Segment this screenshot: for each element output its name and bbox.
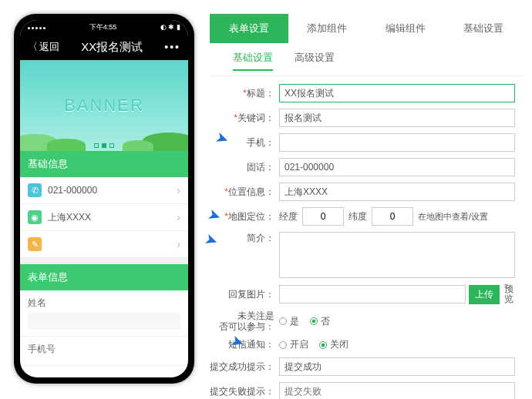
fail-input[interactable] [279,382,515,399]
settings-form: ➤ ➤ ➤ ➤ *标题： *关键词： 手机： 固话： *位置信息： [210,76,523,399]
subtab-advanced[interactable]: 高级设置 [295,51,335,71]
mobile-input[interactable] [279,133,515,152]
banner-text: BANNER [64,96,144,116]
status-icons: ◐ ✱ ▮ [160,23,180,31]
upload-button[interactable]: 上传 [469,285,500,304]
info-row-phone[interactable]: ✆ 021-000000 › [20,177,188,204]
chevron-right-icon: › [177,211,180,223]
banner[interactable]: BANNER [20,60,188,151]
form-field-mobile: 手机号 [20,337,188,366]
chevron-left-icon: 〈 [28,40,38,54]
radio-sms-on[interactable]: 开启 [279,338,308,351]
preview-link[interactable]: 预览 [504,284,515,304]
chevron-right-icon: › [177,238,180,250]
map-link[interactable]: 在地图中查看/设置 [418,211,488,223]
radio-sms-off[interactable]: 关闭 [319,338,348,351]
status-time: 下午4:55 [89,22,117,32]
name-input[interactable] [28,313,180,330]
tab-add-component[interactable]: 添加组件 [288,14,367,43]
main-tabs: 表单设置 添加组件 编辑组件 基础设置 [210,14,523,43]
phone-screen: 下午4:55 ◐ ✱ ▮ 〈返回 XX报名测试 ••• BANNER 基础信息 … [20,20,188,377]
status-bar: 下午4:55 ◐ ✱ ▮ [20,20,188,34]
radio-follow-yes[interactable]: 是 [279,315,299,328]
phone-icon: ✆ [28,183,42,197]
tab-edit-component[interactable]: 编辑组件 [366,14,445,43]
radio-follow-no[interactable]: 否 [310,315,330,328]
tel-input[interactable] [279,158,515,176]
phone-frame: 下午4:55 ◐ ✱ ▮ 〈返回 XX报名测试 ••• BANNER 基础信息 … [14,14,194,384]
longitude-input[interactable] [302,207,344,226]
sub-tabs: 基础设置 高级设置 [210,43,523,76]
tab-basic-settings[interactable]: 基础设置 [445,14,524,43]
pencil-icon: ✎ [28,237,42,251]
back-button[interactable]: 〈返回 [28,40,59,54]
intro-textarea[interactable] [279,232,515,278]
subtab-basic[interactable]: 基础设置 [233,51,273,71]
keyword-input[interactable] [279,109,515,127]
info-row-edit[interactable]: ✎ › [20,231,188,258]
settings-panel: 表单设置 添加组件 编辑组件 基础设置 基础设置 高级设置 ➤ ➤ ➤ ➤ *标… [210,14,523,399]
success-input[interactable] [279,357,515,376]
info-row-location[interactable]: ◉ 上海XXXX › [20,204,188,231]
location-input[interactable] [279,183,515,201]
chevron-right-icon: › [177,184,180,196]
carousel-dots [94,143,114,148]
section-basic-info: 基础信息 [20,151,188,177]
form-field-name: 姓名 [20,290,188,337]
reply-image-input[interactable] [279,285,466,303]
more-icon[interactable]: ••• [164,41,180,53]
nav-bar: 〈返回 XX报名测试 ••• [20,34,188,60]
tab-form-settings[interactable]: 表单设置 [210,14,288,43]
page-title: XX报名测试 [81,40,143,55]
section-form-info: 表单信息 [20,264,188,290]
latitude-input[interactable] [372,207,413,226]
pin-icon: ◉ [28,210,42,224]
title-input[interactable] [279,84,515,102]
